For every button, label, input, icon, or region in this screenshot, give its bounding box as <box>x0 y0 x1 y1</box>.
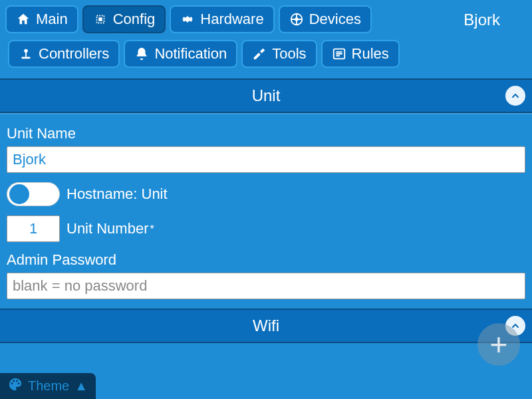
tab-controllers[interactable]: Controllers <box>8 40 120 68</box>
tab-tools[interactable]: Tools <box>241 40 317 68</box>
hostname-toggle[interactable] <box>7 182 60 206</box>
unit-name-input[interactable] <box>7 146 525 173</box>
tab-label: Rules <box>352 45 389 63</box>
wifi-section-header[interactable]: Wifi <box>0 309 532 343</box>
admin-password-input[interactable] <box>7 273 525 299</box>
wrench-icon <box>252 47 267 61</box>
tab-label: Hardware <box>200 11 263 28</box>
collapse-unit-button[interactable] <box>505 86 525 106</box>
theme-button[interactable]: Theme ▲ <box>0 373 96 399</box>
triangle-up-icon: ▲ <box>74 378 88 394</box>
unit-name-label: Unit Name <box>7 125 525 142</box>
tab-main[interactable]: Main <box>5 5 78 33</box>
joystick-icon <box>19 47 33 61</box>
unit-number-label: Unit Number* <box>66 220 154 237</box>
tab-label: Controllers <box>39 45 109 63</box>
tab-rules[interactable]: Rules <box>321 40 400 68</box>
top-nav: Main Config Hardware Devices Bjork Contr… <box>0 0 532 68</box>
unit-section-header[interactable]: Unit <box>0 78 532 113</box>
bell-icon <box>134 47 149 61</box>
admin-password-label: Admin Password <box>7 251 525 269</box>
svg-rect-5 <box>25 52 27 57</box>
home-icon <box>16 12 31 27</box>
chevron-up-icon <box>510 86 521 105</box>
tab-label: Devices <box>309 11 361 28</box>
toggle-knob <box>9 184 29 204</box>
unit-section-body: Unit Name Hostname: Unit Unit Number* Ad… <box>0 113 532 306</box>
device-name: Bjork <box>464 9 500 29</box>
tab-label: Main <box>36 11 68 28</box>
list-icon <box>332 47 346 61</box>
tab-config[interactable]: Config <box>82 5 166 33</box>
network-icon <box>289 12 304 27</box>
svg-rect-1 <box>98 17 102 21</box>
tab-label: Tools <box>272 45 306 63</box>
tab-hardware[interactable]: Hardware <box>170 5 274 33</box>
section-title: Wifi <box>253 317 279 334</box>
tab-devices[interactable]: Devices <box>279 5 372 33</box>
unit-number-input[interactable] <box>7 215 60 242</box>
svg-rect-6 <box>22 57 31 59</box>
tab-notification[interactable]: Notification <box>124 40 237 68</box>
plus-icon: + <box>490 329 508 360</box>
palette-icon <box>8 377 23 395</box>
theme-label: Theme <box>28 378 69 394</box>
tab-label: Config <box>113 11 156 28</box>
hostname-label: Hostname: Unit <box>66 186 168 203</box>
wifi-section: Wifi <box>0 309 532 343</box>
tab-label: Notification <box>154 45 227 63</box>
chip-icon <box>93 12 108 27</box>
add-button[interactable]: + <box>477 323 520 366</box>
unit-section: Unit Unit Name Hostname: Unit Unit Numbe… <box>0 78 532 306</box>
section-title: Unit <box>252 86 281 104</box>
gear-icon <box>180 12 195 27</box>
